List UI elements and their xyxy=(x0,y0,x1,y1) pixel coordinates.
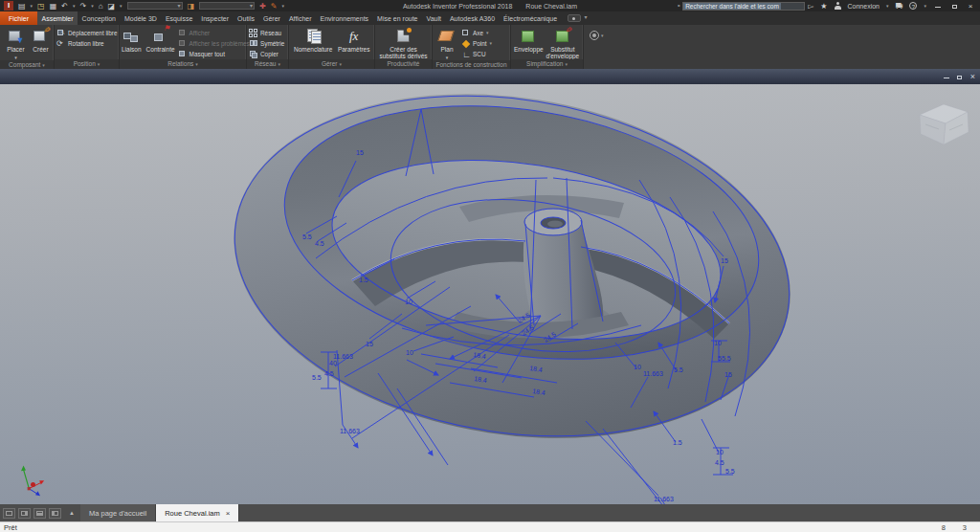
pencil-icon[interactable]: ✎ xyxy=(271,2,278,11)
tab-g-rer[interactable]: Gérer xyxy=(258,11,284,25)
layout-vertical-icon[interactable] xyxy=(49,508,61,519)
point-button[interactable]: Point▾ xyxy=(461,38,492,48)
undo-dropdown[interactable]: ▾ xyxy=(73,3,76,9)
tab-close-icon[interactable]: × xyxy=(226,509,231,518)
tab-esquisse[interactable]: Esquisse xyxy=(161,11,196,25)
dimension-label[interactable]: 11.663 xyxy=(654,496,674,502)
help-search[interactable]: ▾ Rechercher dans l'aide et les com ▻ xyxy=(678,2,814,11)
render-dropdown[interactable]: ▾ xyxy=(120,3,122,9)
rotation-libre-button[interactable]: ⟳Rotation libre xyxy=(56,38,118,48)
record-icon[interactable] xyxy=(568,14,581,22)
axis-triad[interactable] xyxy=(11,463,50,497)
panel-title-gerer[interactable]: Gérer▾ xyxy=(289,59,374,69)
dimension-label[interactable]: 15 xyxy=(366,341,373,347)
copier-button[interactable]: Copier xyxy=(249,49,284,58)
panel-title-simplification[interactable]: Simplification▾ xyxy=(511,59,583,69)
dimension-label[interactable]: 5.5 xyxy=(725,468,735,475)
dimension-label[interactable]: 10 xyxy=(405,299,412,305)
redo-icon[interactable]: ↷ xyxy=(79,2,86,11)
connexion-label[interactable]: Connexion xyxy=(848,3,880,10)
tab-fichier[interactable]: Fichier xyxy=(0,11,37,25)
dimension-label[interactable]: 1.5 xyxy=(359,277,368,283)
save-icon[interactable]: ▦ xyxy=(50,2,57,11)
dimension-label[interactable]: 5.5 xyxy=(674,366,683,373)
tab-mise-en-route[interactable]: Mise en route xyxy=(373,11,422,25)
help-icon[interactable]: ? xyxy=(909,2,917,10)
dimension-label[interactable]: 15 xyxy=(721,257,728,264)
dimension-label[interactable]: 10 xyxy=(716,449,724,455)
tab-afficher[interactable]: Afficher xyxy=(284,11,316,25)
layout-split-icon[interactable] xyxy=(18,508,31,519)
dimension-label[interactable]: 5.5 xyxy=(302,233,312,240)
tab-home[interactable]: Ma page d'accueil xyxy=(80,504,156,521)
scu-button[interactable]: ∟SCU xyxy=(461,49,492,58)
dimension-label[interactable]: 15 xyxy=(724,371,732,378)
dimension-label[interactable]: 11.663 xyxy=(643,370,663,377)
substituts-button[interactable]: Créer des substituts dérivés xyxy=(377,26,430,59)
dimension-label[interactable]: 15 xyxy=(356,149,364,156)
placer-button[interactable]: ▼ Placer ▾ xyxy=(2,26,30,60)
search-input[interactable]: Rechercher dans l'aide et les com xyxy=(682,2,805,11)
favorites-star-icon[interactable]: ★ xyxy=(820,2,827,11)
doc-close-button[interactable]: × xyxy=(969,72,977,81)
dimension-label[interactable]: 4.5 xyxy=(715,459,724,466)
dimension-label[interactable]: 10 xyxy=(406,349,413,356)
dimension-label[interactable]: 11.663 xyxy=(340,428,360,434)
dimension-label[interactable]: 55.5 xyxy=(718,355,731,362)
tab-environnements[interactable]: Environnements xyxy=(316,11,373,25)
dimension-label[interactable]: 11.663 xyxy=(333,353,353,360)
redo-dropdown[interactable]: ▾ xyxy=(91,3,94,9)
open-icon[interactable]: ◳ xyxy=(37,2,45,11)
dimension-label[interactable]: 10 xyxy=(714,340,722,346)
tab-list-icon[interactable]: ▲ xyxy=(69,510,75,516)
tab-outils[interactable]: Outils xyxy=(234,11,259,25)
tab-vault[interactable]: Vault xyxy=(422,11,445,25)
render-icon[interactable]: ◪ xyxy=(107,2,115,11)
tab-mod-le-3d[interactable]: Modèle 3D xyxy=(121,11,162,25)
close-button[interactable]: × xyxy=(966,2,975,11)
undo-icon[interactable]: ↶ xyxy=(61,2,68,11)
restore-button[interactable] xyxy=(949,2,959,11)
axe-button[interactable]: Axe▾ xyxy=(461,28,492,37)
search-expand-icon[interactable]: ▾ xyxy=(676,5,681,8)
tab--lectrom-canique[interactable]: Électromécanique xyxy=(500,11,562,25)
viewport-3d[interactable]: 155.54.51.5101511.66324.524.524.51018.41… xyxy=(0,84,980,504)
material-combo[interactable] xyxy=(127,2,183,10)
user-icon[interactable] xyxy=(835,2,841,10)
tab-roue-cheval[interactable]: Roue Cheval.iam× xyxy=(156,504,239,521)
liaison-button[interactable]: Liaison xyxy=(122,26,142,59)
connexion-dropdown[interactable]: ▾ xyxy=(886,3,889,9)
layout-grid-icon[interactable] xyxy=(3,508,15,519)
search-cursor-icon[interactable]: ▻ xyxy=(808,2,813,11)
contrainte-button[interactable]: ⚑ Contrainte xyxy=(146,26,175,59)
reseau-button[interactable]: Réseau xyxy=(249,28,284,37)
minimize-button[interactable] xyxy=(933,2,943,11)
tab-autodesk-a360[interactable]: Autodesk A360 xyxy=(445,11,499,25)
doc-minimize-button[interactable] xyxy=(942,72,950,81)
layout-horizontal-icon[interactable] xyxy=(33,508,46,519)
parametres-button[interactable]: fx Paramètres xyxy=(335,26,372,59)
help-dropdown[interactable]: ▾ xyxy=(924,3,926,9)
symetrie-button[interactable]: Symétrie xyxy=(249,38,284,48)
afficher-button[interactable]: Afficher xyxy=(178,28,250,37)
panel-title-reseau[interactable]: Réseau▾ xyxy=(247,59,288,69)
deplacement-libre-button[interactable]: ↖Déplacement libre xyxy=(56,28,118,37)
panel-title-relations[interactable]: Relations▾ xyxy=(120,59,246,69)
dimension-label[interactable]: 1.5 xyxy=(673,439,682,446)
substitut-enveloppe-button[interactable]: ✎ Substitut d'enveloppe xyxy=(545,26,581,59)
material-browser-icon[interactable]: ◨ xyxy=(188,2,195,11)
dimension-label[interactable]: 4.5 xyxy=(324,370,334,377)
store-icon[interactable]: ⛟ xyxy=(895,2,902,11)
tab-inspecter[interactable]: Inspecter xyxy=(197,11,234,25)
qat-dropdown[interactable]: ▾ xyxy=(282,3,285,9)
panel-title-position[interactable]: Position▾ xyxy=(55,59,119,69)
creer-button[interactable]: ✎ Créer xyxy=(30,26,52,60)
nomenclature-button[interactable]: Nomenclature xyxy=(291,26,335,59)
afficher-problemes-button[interactable]: Afficher les problèmes xyxy=(178,38,250,48)
masquer-tout-button[interactable]: Masquer tout xyxy=(178,49,250,58)
dimension-label[interactable]: 10 xyxy=(634,364,641,370)
appearance-combo[interactable] xyxy=(199,2,255,10)
tab-assembler[interactable]: Assembler xyxy=(37,11,78,25)
new-file-icon[interactable]: ▤ xyxy=(18,2,26,11)
dimension-label[interactable]: 4.5 xyxy=(315,240,324,247)
